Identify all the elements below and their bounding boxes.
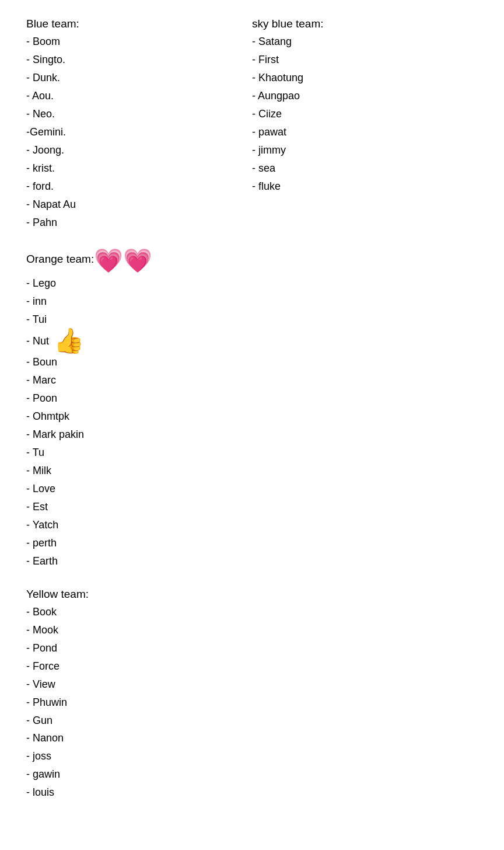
- hearts-emoji: 💗💗: [94, 249, 152, 272]
- list-item: - Singto.: [26, 51, 252, 69]
- orange-team-members: - Lego - inn - Tui - Nut 👍 - Boun - Marc…: [26, 274, 478, 570]
- list-item: - Nanon: [26, 729, 478, 747]
- list-item: -Gemini.: [26, 123, 252, 141]
- list-item: - krist.: [26, 159, 252, 177]
- list-item: - Satang: [252, 33, 478, 51]
- sky-blue-team-column: sky blue team: - Satang - First - Khaotu…: [252, 18, 478, 231]
- list-item: - First: [252, 51, 478, 69]
- list-item: - fluke: [252, 177, 478, 196]
- list-item: - Ciize: [252, 105, 478, 123]
- list-item: - Khaotung: [252, 69, 478, 87]
- list-item: - sea: [252, 159, 478, 177]
- blue-team-column: Blue team: - Boom - Singto. - Dunk. - Ao…: [26, 18, 252, 231]
- list-item: - Boun: [26, 353, 478, 371]
- list-item: - Yatch: [26, 516, 478, 534]
- list-item: - Napat Au: [26, 196, 252, 214]
- list-item: - Poon: [26, 389, 478, 407]
- list-item: - Dunk.: [26, 69, 252, 87]
- list-item: - Pond: [26, 639, 478, 657]
- orange-team-section: Orange team: 💗💗 - Lego - inn - Tui - Nut…: [26, 249, 478, 570]
- list-item: - Est: [26, 498, 478, 516]
- sky-blue-team-header: sky blue team:: [252, 18, 478, 30]
- list-item: - Tui: [26, 311, 478, 329]
- list-item: - View: [26, 675, 478, 694]
- list-item: - Aou.: [26, 87, 252, 105]
- top-teams-row: Blue team: - Boom - Singto. - Dunk. - Ao…: [26, 18, 478, 231]
- list-item: - pawat: [252, 123, 478, 141]
- list-item: - Earth: [26, 552, 478, 570]
- list-item: - Ohmtpk: [26, 407, 478, 426]
- list-item: - Mook: [26, 621, 478, 639]
- list-item: - ford.: [26, 177, 252, 196]
- yellow-team-members: - Book - Mook - Pond - Force - View - Ph…: [26, 603, 478, 802]
- list-item: - Tu: [26, 444, 478, 462]
- blue-team-header: Blue team:: [26, 18, 252, 30]
- yellow-team-header: Yellow team:: [26, 588, 478, 601]
- list-item: - Pahn: [26, 214, 252, 232]
- blue-team-members: - Boom - Singto. - Dunk. - Aou. - Neo. -…: [26, 33, 252, 231]
- list-item: - Neo.: [26, 105, 252, 123]
- list-item: - Aungpao: [252, 87, 478, 105]
- list-item: - Mark pakin: [26, 426, 478, 444]
- list-item: - Joong.: [26, 141, 252, 159]
- list-item: - Lego: [26, 274, 478, 292]
- list-item: - jimmy: [252, 141, 478, 159]
- list-item: - Nut 👍: [26, 329, 478, 353]
- sky-blue-team-members: - Satang - First - Khaotung - Aungpao - …: [252, 33, 478, 196]
- list-item: - Phuwin: [26, 694, 478, 712]
- list-item: - Boom: [26, 33, 252, 51]
- list-item: - gawin: [26, 765, 478, 783]
- list-item: - Milk: [26, 462, 478, 480]
- list-item: - joss: [26, 747, 478, 765]
- list-item: - Force: [26, 657, 478, 675]
- list-item: - inn: [26, 292, 478, 311]
- orange-team-header: Orange team:: [26, 253, 94, 266]
- orange-team-header-row: Orange team: 💗💗: [26, 249, 478, 272]
- list-item: - Love: [26, 480, 478, 498]
- page-content: Blue team: - Boom - Singto. - Dunk. - Ao…: [26, 18, 478, 819]
- list-item: - perth: [26, 534, 478, 552]
- yellow-team-section: Yellow team: - Book - Mook - Pond - Forc…: [26, 588, 478, 802]
- list-item: - louis: [26, 783, 478, 802]
- list-item: - Marc: [26, 371, 478, 389]
- list-item: - Book: [26, 603, 478, 621]
- thumbs-up-emoji: 👍: [54, 329, 84, 353]
- list-item: - Gun: [26, 712, 478, 730]
